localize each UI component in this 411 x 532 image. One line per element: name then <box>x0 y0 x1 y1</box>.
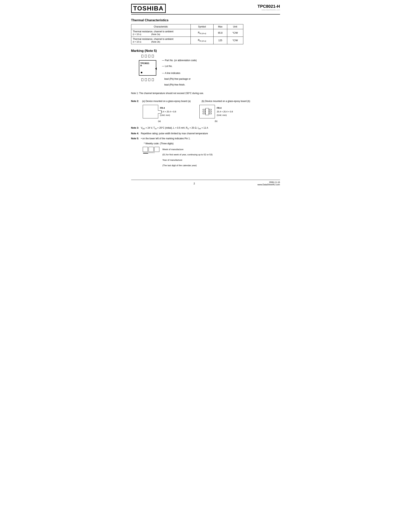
board-b-unit: (Unit: mm) <box>217 114 227 116</box>
weekly-label-col: Week of manufacture (01 for first week o… <box>162 147 213 168</box>
weekly-year-label: Year of manufacture <box>162 157 213 163</box>
weekly-year2-label: (The last digit of the calendar year) <box>162 163 213 168</box>
pin-b-5 <box>209 111 212 112</box>
note2-label: Note 2: <box>131 100 139 103</box>
note1: Note 1: The channel temperature should n… <box>131 92 280 95</box>
weekly-week-label: Week of manufacture <box>162 147 213 152</box>
pin-top-4 <box>152 55 154 57</box>
board-b-label: FR-4 25.4 × 25.4 × 0.8 (Unit: mm) <box>217 106 233 117</box>
pin-top-1 <box>141 55 143 57</box>
pin-b-3 <box>203 113 206 114</box>
note2-header: Note 2: (a) Device mounted on a glass-ep… <box>131 99 280 103</box>
max-cell-2: 125 <box>213 37 227 44</box>
note4: Note 4: Repetitive rating: pulse width l… <box>131 132 280 135</box>
board-b-body <box>199 105 215 118</box>
marking-section: Marking (Note 5) TPC8021 H <box>131 49 280 88</box>
board-a-notch <box>158 110 161 114</box>
board-diagram-b: FR-4 25.4 × 25.4 × 0.8 (Unit: mm) (b) <box>199 105 233 122</box>
board-b-caption: (b) <box>215 120 217 122</box>
toshiba-logo: TOSHIBA <box>131 4 166 13</box>
note4-label: Note 4: <box>131 132 139 135</box>
max-cell-1: 65.8 <box>213 29 227 37</box>
col-header-max: Max <box>213 24 227 29</box>
note4-text: Repetitive rating: pulse width limited b… <box>141 132 208 135</box>
col-header-characteristic: Characteristic <box>131 24 190 29</box>
footer-date: 2006-11-16 <box>257 181 280 183</box>
ic-label-text: TPC8021 H <box>140 62 149 67</box>
watermark: www.DataSheet4U.com <box>257 9 280 11</box>
board-b-container: FR-4 25.4 × 25.4 × 0.8 (Unit: mm) <box>199 105 233 118</box>
footer-website: www.DataSheet4U.com <box>257 183 280 186</box>
weekly-code-diagram: Week of manufacture (01 for first week o… <box>143 147 280 168</box>
board-b-pins-right <box>209 109 212 114</box>
ic-body: TPC8021 H <box>139 60 156 76</box>
ic-pins-top <box>137 55 158 57</box>
note2b-label: (b) Device mounted on a glass-epoxy boar… <box>202 100 250 103</box>
page-footer: 2 2006-11-16 www.DataSheet4U.com <box>131 180 280 186</box>
page-header: TOSHIBA TPC8021-H www.DataSheet4U.com <box>131 4 280 15</box>
footer-page-number: 2 <box>194 182 195 185</box>
ic-pins-bottom <box>137 78 158 81</box>
note3-label: Note 3: <box>131 126 139 129</box>
pin-bottom-4 <box>152 78 154 81</box>
footer-right: 2006-11-16 www.DataSheet4U.com <box>257 181 280 186</box>
weekly-box-1 <box>143 147 148 152</box>
pin-top-3 <box>148 55 150 57</box>
ic-arrow <box>155 67 157 70</box>
note3: Note 3: VDD = 24 V, Tch = 25°C (initial)… <box>131 126 280 130</box>
note5-label: Note 5: <box>131 137 139 140</box>
ic-package-drawing: TPC8021 H <box>137 55 158 81</box>
board-a-material: FR-4 <box>160 107 165 109</box>
ic-lot-text: H <box>140 64 142 67</box>
board-a-unit: (Unit: mm) <box>160 114 170 116</box>
weekly-01-label: (01 for first week of year, continuing u… <box>162 152 213 157</box>
board-a-label: FR-4 25.4 × 25.4 × 0.8 (Unit: mm) <box>160 106 176 117</box>
board-a-size: 25.4 × 25.4 × 0.8 <box>160 110 176 113</box>
weekly-bracket <box>143 153 159 154</box>
pin-bottom-2 <box>145 78 147 81</box>
char-cell-1: Thermal resistance, channel to ambient (… <box>131 29 190 37</box>
ic-pin1-dot <box>141 72 142 73</box>
board-b-material: FR-4 <box>217 107 222 109</box>
board-diagrams: FR-4 25.4 × 25.4 × 0.8 (Unit: mm) (a) <box>143 105 280 122</box>
pin-b-4 <box>209 109 212 110</box>
board-a-container: FR-4 25.4 × 25.4 × 0.8 (Unit: mm) <box>143 105 176 118</box>
part-number: TPC8021-H <box>257 4 280 9</box>
ic-b-body <box>206 108 209 115</box>
note5-text: • on the lower left of the marking indic… <box>141 137 190 140</box>
weekly-line-top <box>143 153 155 153</box>
marking-label-list: — Part No. (or abbreviation code) — Lot … <box>162 57 197 88</box>
char-cell-2: Thermal resistance, channel to ambient (… <box>131 37 190 44</box>
weekly-code-boxes-col <box>143 147 159 154</box>
marking-label-lotno: — Lot No. <box>162 63 197 69</box>
board-a-caption: (a) <box>158 120 161 122</box>
ic-on-board-b <box>203 108 212 115</box>
board-b-pins-left <box>203 109 206 114</box>
unit-cell-2: °C/W <box>227 37 243 44</box>
board-a-rect <box>143 105 158 118</box>
ic-part-text: TPC8021 <box>140 62 149 64</box>
note5b: * Weekly code: (Three digits) <box>144 142 280 145</box>
thermal-table: Characteristic Symbol Max Unit Thermal r… <box>131 24 243 44</box>
symbol-cell-2: Rth (ch-a) <box>190 37 213 44</box>
weekly-boxes <box>143 147 159 152</box>
pin-b-6 <box>209 113 212 114</box>
pin-bottom-3 <box>148 78 150 81</box>
weekly-box-2 <box>149 147 154 152</box>
marking-label-aline: — A line indicates <box>162 70 197 76</box>
pin-top-2 <box>145 55 147 57</box>
weekly-box-3 <box>154 147 159 152</box>
board-a-body <box>143 105 158 118</box>
weekly-code-content: Week of manufacture (01 for first week o… <box>143 147 280 168</box>
thermal-section-title: Thermal Characteristics <box>131 18 280 22</box>
unit-cell-1: °C/W <box>227 29 243 37</box>
table-row: Thermal resistance, channel to ambient (… <box>131 29 243 37</box>
board-b-size: 25.4 × 25.4 × 0.8 <box>217 110 233 113</box>
note5: Note 5: • on the lower left of the marki… <box>131 137 280 140</box>
pin-bottom-1 <box>141 78 143 81</box>
marking-section-title: Marking (Note 5) <box>131 49 280 53</box>
pin-b-1 <box>203 109 206 110</box>
symbol-cell-1: Rth (ch-a) <box>190 29 213 37</box>
marking-diagram: TPC8021 H — Part No. (or abbreviation co… <box>137 55 280 88</box>
board-diagram-a: FR-4 25.4 × 25.4 × 0.8 (Unit: mm) (a) <box>143 105 176 122</box>
